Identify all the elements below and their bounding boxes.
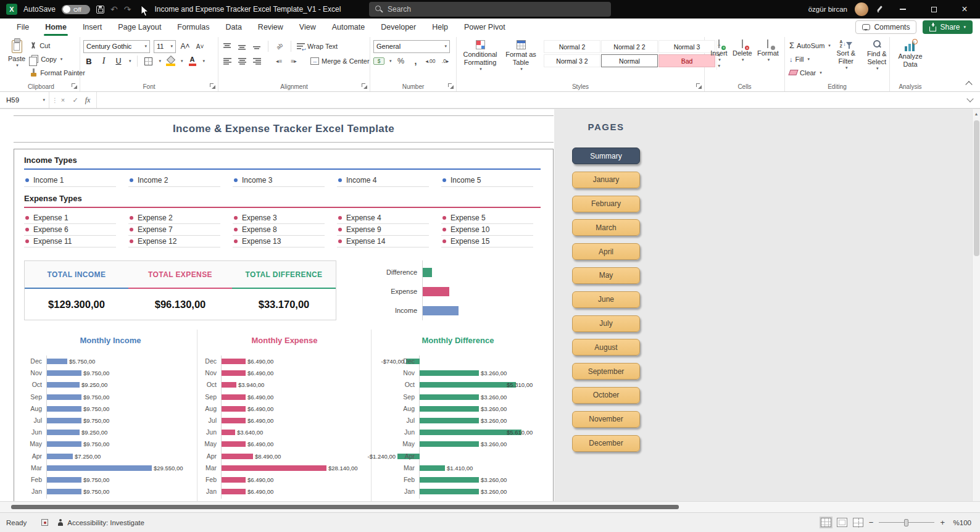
avatar[interactable] [855,2,868,16]
summary-header[interactable]: TOTAL INCOME [25,261,128,289]
align-right-button[interactable] [251,55,262,68]
zoom-in-button[interactable]: + [940,518,945,527]
analyze-data-button[interactable]: Analyze Data [893,39,928,81]
summary-value[interactable]: $129.300,00 [25,289,128,320]
format-as-table-button[interactable]: Format as Table ▾ [500,39,541,81]
summary-value[interactable]: $96.130,00 [128,289,232,320]
cut-button[interactable]: Cut [29,39,85,52]
align-bottom-button[interactable] [251,40,262,53]
maximize-button[interactable] [922,0,945,19]
borders-button[interactable] [143,55,154,68]
type-cell[interactable]: Expense 4 [337,212,429,224]
page-button-may[interactable]: May [572,267,640,284]
type-cell[interactable]: Income 1 [24,174,116,187]
page-button-november[interactable]: November [572,411,640,428]
enter-icon[interactable]: ✓ [69,96,81,104]
type-cell[interactable]: Expense 3 [233,212,325,224]
style-normal[interactable]: Normal [601,54,658,67]
bold-button[interactable]: B [83,55,94,68]
conditional-formatting-button[interactable]: Conditional Formatting ▾ [460,39,500,81]
align-center-button[interactable] [236,55,247,68]
type-cell[interactable]: Expense 11 [24,236,116,247]
page-break-view-button[interactable] [853,518,863,527]
summary-header[interactable]: TOTAL DIFFERENCE [232,261,336,289]
type-cell[interactable]: Expense 13 [233,236,325,247]
type-cell[interactable]: Expense 1 [24,212,116,224]
align-top-button[interactable] [222,40,233,53]
pen-icon[interactable] [876,6,884,14]
type-cell[interactable]: Expense 5 [441,212,533,224]
style-normal-2-2[interactable]: Normal 2 2 [601,40,658,53]
save-icon[interactable] [96,6,104,14]
accessibility-status[interactable]: Accessibility: Investigate [67,519,144,526]
tab-review[interactable]: Review [250,19,291,36]
dialog-launcher-icon[interactable] [210,83,215,89]
summary-value[interactable]: $33.170,00 [232,289,336,320]
page-button-march[interactable]: March [572,219,640,236]
decrease-font-icon[interactable]: A˅ [194,40,206,53]
page-button-april[interactable]: April [572,243,640,260]
zoom-thumb[interactable] [904,519,908,526]
type-cell[interactable]: Expense 8 [233,224,325,236]
type-cell[interactable]: Income 5 [441,174,533,187]
undo-icon[interactable]: ↶ [110,4,118,14]
align-left-button[interactable] [222,55,233,68]
tab-home[interactable]: Home [37,19,75,36]
increase-indent-button[interactable]: ≡▸ [288,55,299,68]
share-button[interactable]: Share▾ [923,20,973,34]
sort-filter-button[interactable]: AZ↓ Sort & Filter ▾ [831,39,862,81]
page-button-february[interactable]: February [572,196,640,212]
font-color-button[interactable]: A [187,55,198,68]
type-cell[interactable]: Income 2 [128,174,220,187]
underline-button[interactable]: U [113,55,124,68]
cancel-icon[interactable]: × [57,96,69,104]
normal-view-button[interactable] [821,518,831,527]
tab-view[interactable]: View [291,19,324,36]
page-button-september[interactable]: September [572,363,640,380]
collapse-ribbon-icon[interactable] [965,81,972,88]
font-size-select[interactable]: 11▾ [154,40,176,53]
page-button-january[interactable]: January [572,172,640,188]
orientation-button[interactable]: ab [274,40,285,53]
italic-button[interactable]: I [98,55,109,68]
merge-center-button[interactable]: ↔Merge & Center▾ [310,55,375,68]
align-middle-button[interactable] [236,40,247,53]
format-cells-button[interactable]: Format ▾ [755,39,781,81]
autosum-button[interactable]: ΣAutoSum▾ [789,39,831,52]
tab-help[interactable]: Help [424,19,456,36]
style-normal-3-2[interactable]: Normal 3 2 [544,54,600,67]
type-cell[interactable]: Expense 2 [128,212,220,224]
page-button-june[interactable]: June [572,291,640,308]
tab-insert[interactable]: Insert [75,19,110,36]
page-button-summary[interactable]: Summary [572,148,640,164]
dialog-launcher-icon[interactable] [72,83,77,89]
clear-button[interactable]: Clear▾ [789,66,831,79]
accounting-format-button[interactable] [373,55,384,68]
zoom-slider[interactable] [879,518,934,527]
number-format-select[interactable]: General▾ [373,40,450,53]
autosave-toggle[interactable]: Off [62,5,90,14]
delete-cells-button[interactable]: × Delete ▾ [730,39,755,81]
page-button-december[interactable]: December [572,435,640,452]
paste-button[interactable]: Paste ▾ [6,39,28,81]
dialog-launcher-icon[interactable] [448,83,454,89]
tab-automate[interactable]: Automate [324,19,373,36]
copy-button[interactable]: Copy▾ [29,52,85,65]
scroll-up-icon[interactable]: ▲ [973,109,980,116]
formula-input[interactable] [96,92,964,108]
find-select-button[interactable]: Find & Select ▾ [862,39,892,81]
format-painter-button[interactable]: Format Painter [29,66,85,79]
insert-cells-button[interactable]: + Insert ▾ [708,39,730,81]
page-layout-view-button[interactable] [837,518,847,527]
type-cell[interactable]: Expense 15 [441,236,533,247]
search-box[interactable]: Search [369,2,611,17]
type-cell[interactable]: Expense 12 [128,236,220,247]
tab-developer[interactable]: Developer [373,19,424,36]
increase-decimal-button[interactable]: ◂.00 [425,55,436,68]
zoom-percentage[interactable]: %100 [950,519,971,526]
fill-color-button[interactable] [165,55,176,68]
vertical-scroll-thumb[interactable] [974,120,979,256]
style-normal-2[interactable]: Normal 2 [544,40,600,53]
decrease-decimal-button[interactable]: .0▸ [440,55,451,68]
tab-formulas[interactable]: Formulas [169,19,217,36]
